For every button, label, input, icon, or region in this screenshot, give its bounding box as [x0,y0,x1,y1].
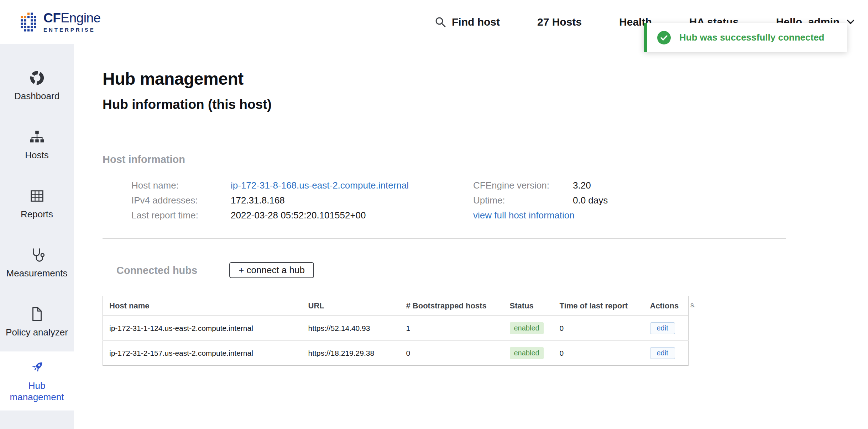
host-information-section: Host information Host name: ip-172-31-8-… [103,153,868,221]
connected-hubs-table: Host name URL # Bootstrapped hosts Statu… [103,296,689,366]
measurements-stethoscope-icon [29,247,45,263]
field-label: IPv4 addresses: [131,195,231,206]
table-row: ip-172-31-2-157.us-east-2.compute.intern… [103,341,689,366]
main-content: Hub management Hub information (this hos… [74,44,868,429]
sidebar-item-dashboard[interactable]: Dashboard [0,56,74,115]
cell-last-report: 0 [553,316,644,341]
field-label: Host name: [131,180,231,191]
cell-url: https://52.14.40.93 [302,316,400,341]
cell-status: enabled [503,316,553,341]
col-header-host-name: Host name [103,296,302,316]
table-row: ip-172-31-1-124.us-east-2.compute.intern… [103,316,689,341]
divider [103,238,786,239]
cell-url: https://18.219.29.38 [302,341,400,366]
cell-actions: edit [644,341,689,366]
sidebar-item-policy-analyzer[interactable]: Policy analyzer [0,292,74,351]
page-subtitle: Hub information (this host) [103,97,868,112]
host-name-link[interactable]: ip-172-31-8-168.us-east-2.compute.intern… [231,180,473,191]
hosts-tree-icon [29,129,45,145]
find-host-label: Find host [452,16,500,28]
brand-subtitle: ENTERPRISE [43,27,101,33]
cell-host-name: ip-172-31-2-157.us-east-2.compute.intern… [103,341,302,366]
toast-message: Hub was successfully connected [679,32,824,43]
clipped-text-fragment: s. [690,301,696,309]
host-information-fields: Host name: ip-172-31-8-168.us-east-2.com… [131,180,868,221]
col-header-actions: Actions [644,296,689,316]
edit-button[interactable]: edit [650,347,675,359]
cell-bootstrapped: 1 [400,316,503,341]
sidebar-item-label: Dashboard [11,90,62,102]
toast-success: Hub was successfully connected [644,23,847,52]
field-label: CFEngine version: [473,180,573,191]
view-full-host-link[interactable]: view full host information [473,210,608,221]
col-header-url: URL [302,296,400,316]
cfengine-logo-icon [19,12,38,32]
hosts-count-link[interactable]: 27 Hosts [537,16,582,28]
sidebar-item-label: Hub management [0,380,74,403]
rocket-icon [29,359,45,376]
col-header-status: Status [503,296,553,316]
sidebar-item-label: Policy analyzer [3,327,71,338]
sidebar-item-label: Measurements [4,268,70,279]
sidebar-item-reports[interactable]: Reports [0,174,74,233]
cell-last-report: 0 [553,341,644,366]
connected-hubs-heading: Connected hubs [116,264,197,277]
sidebar-item-hub-management[interactable]: Hub management [0,351,74,411]
field-value: 3.20 [573,180,608,191]
field-label: Uptime: [473,195,573,206]
brand-name: CFEngine [43,11,101,25]
edit-button[interactable]: edit [650,322,675,334]
reports-table-icon [29,188,45,204]
col-header-bootstrapped: # Bootstrapped hosts [400,296,503,316]
field-label: Last report time: [131,210,231,221]
policy-analyzer-file-icon [29,306,45,322]
sidebar-item-label: Hosts [22,149,51,161]
cell-host-name: ip-172-31-1-124.us-east-2.compute.intern… [103,316,302,341]
sidebar: Dashboard Hosts Reports Measurements [0,44,74,429]
cell-status: enabled [503,341,553,366]
field-value: 172.31.8.168 [231,195,473,206]
status-badge: enabled [510,322,544,334]
sidebar-item-label: Reports [18,208,56,220]
sidebar-item-hosts[interactable]: Hosts [0,115,74,174]
sidebar-item-measurements[interactable]: Measurements [0,233,74,292]
dashboard-donut-icon [29,70,45,86]
field-value: 0.0 days [573,195,608,206]
find-host-button[interactable]: Find host [435,16,500,28]
brand-logo[interactable]: CFEngine ENTERPRISE [19,11,101,33]
search-icon [435,16,446,28]
page-title: Hub management [103,69,868,89]
field-value: 2022-03-28 05:52:20.101552+00 [231,210,473,221]
connected-hubs-section: Connected hubs + connect a hub Host name… [103,262,868,366]
connect-hub-button[interactable]: + connect a hub [229,262,314,278]
col-header-last-report: Time of last report [553,296,644,316]
cell-actions: edit [644,316,689,341]
host-information-heading: Host information [103,153,868,166]
divider [103,133,786,133]
table-header-row: Host name URL # Bootstrapped hosts Statu… [103,296,689,316]
status-badge: enabled [510,347,544,359]
check-circle-icon [657,31,671,44]
cell-bootstrapped: 0 [400,341,503,366]
